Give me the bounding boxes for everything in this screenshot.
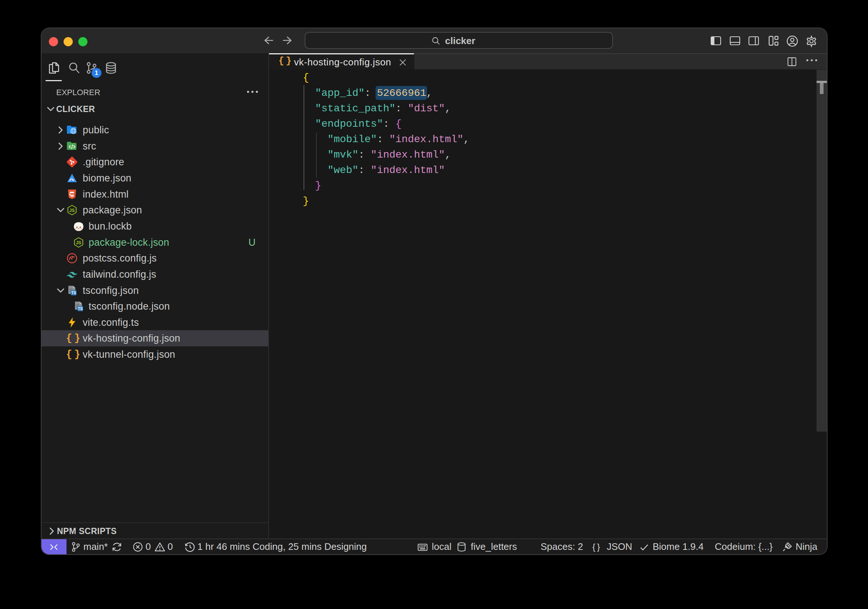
- svg-text:JS: JS: [76, 240, 81, 245]
- svg-text:JS: JS: [69, 208, 74, 213]
- svg-text:TS: TS: [71, 291, 76, 295]
- svg-text:TS: TS: [78, 307, 83, 311]
